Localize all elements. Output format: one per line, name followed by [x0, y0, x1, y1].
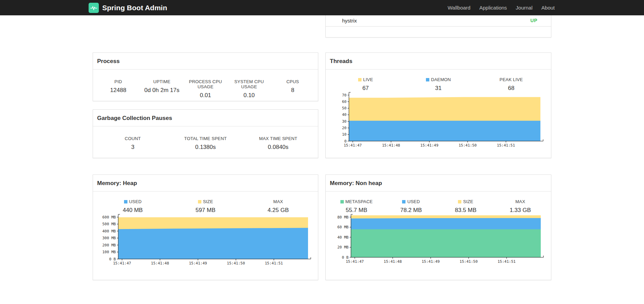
svg-text:10: 10	[342, 132, 346, 137]
legend-label: MAX	[515, 199, 525, 204]
stat-gc-count: COUNT 3	[96, 136, 169, 151]
svg-text:20: 20	[342, 126, 346, 130]
svg-text:100 MB: 100 MB	[102, 250, 116, 254]
svg-text:15:41:48: 15:41:48	[382, 143, 400, 148]
threads-chart: 01020304050607015:41:4715:41:4815:41:491…	[326, 92, 551, 149]
process-panel: Process PID 12488 UPTIME 0d 0h 2m 17s PR…	[93, 52, 318, 101]
svg-text:50: 50	[342, 106, 346, 110]
threads-legend: LIVE 67 DAEMON 31 PEAK LIVE 68	[326, 70, 551, 92]
legend-value: 597 MB	[169, 207, 242, 214]
stat-value: 8	[271, 87, 315, 94]
legend-item-used: USED 440 MB	[96, 199, 169, 214]
navbar-inner: Spring Boot Admin Wallboard Applications…	[89, 0, 555, 15]
memory-nonheap-panel: Memory: Non heap METASPACE 55.7 MB USED …	[325, 174, 551, 280]
legend-label: SIZE	[463, 199, 473, 204]
svg-text:40: 40	[342, 112, 346, 117]
svg-text:15:41:49: 15:41:49	[421, 259, 440, 264]
process-panel-title: Process	[93, 53, 318, 70]
legend-item-daemon: DAEMON 31	[402, 77, 475, 92]
svg-text:500 MB: 500 MB	[102, 222, 116, 226]
stat-label: COUNT	[96, 136, 169, 141]
stat-value: 0.10	[227, 92, 271, 99]
gc-stats-row: COUNT 3 TOTAL TIME SPENT 0.1380s MAX TIM…	[93, 126, 318, 151]
threads-panel: Threads LIVE 67 DAEMON 31 PEAK LIVE	[325, 52, 551, 158]
svg-text:15:41:47: 15:41:47	[346, 259, 364, 264]
stat-cpus: CPUS 8	[271, 79, 315, 99]
legend-label: PEAK LIVE	[500, 77, 523, 82]
legend-item-max: MAX 4.25 GB	[242, 199, 315, 214]
nonheap-legend: METASPACE 55.7 MB USED 78.2 MB SIZE 83.5…	[326, 192, 551, 214]
nonheap-memory-chart: 0 B20 MB40 MB60 MB80 MB15:41:4715:41:481…	[326, 214, 551, 265]
navbar: Spring Boot Admin Wallboard Applications…	[0, 0, 644, 15]
legend-label: DAEMON	[431, 77, 451, 82]
svg-text:0 B: 0 B	[109, 257, 116, 261]
legend-value: 55.7 MB	[329, 207, 384, 214]
stat-value: 3	[96, 144, 169, 151]
heap-panel-title: Memory: Heap	[93, 175, 318, 192]
main-content: hystrix UP Process PID 12488 UPTIME 0d 0…	[93, 15, 551, 304]
svg-text:15:41:49: 15:41:49	[420, 143, 438, 148]
nonheap-panel-title: Memory: Non heap	[326, 175, 551, 192]
svg-text:15:41:48: 15:41:48	[151, 261, 169, 265]
svg-text:60 MB: 60 MB	[337, 225, 349, 229]
svg-text:15:41:48: 15:41:48	[384, 259, 402, 264]
legend-label: LIVE	[363, 77, 373, 82]
legend-label: METASPACE	[346, 199, 373, 204]
stat-gc-max-time: MAX TIME SPENT 0.0840s	[242, 136, 315, 151]
daemon-swatch-icon	[426, 78, 429, 81]
svg-text:300 MB: 300 MB	[102, 236, 116, 240]
service-name: hystrix	[342, 18, 357, 24]
svg-text:15:41:51: 15:41:51	[265, 261, 283, 265]
legend-item-metaspace: METASPACE 55.7 MB	[329, 199, 384, 214]
brand[interactable]: Spring Boot Admin	[89, 3, 167, 13]
legend-value: 83.5 MB	[439, 207, 493, 214]
gc-pauses-panel: Garbage Collection Pauses COUNT 3 TOTAL …	[93, 109, 318, 158]
legend-label: MAX	[273, 199, 283, 204]
stat-label: PID	[96, 79, 140, 84]
legend-item-max: MAX 1.33 GB	[493, 199, 548, 214]
svg-text:80 MB: 80 MB	[337, 215, 349, 219]
memory-heap-panel: Memory: Heap USED 440 MB SIZE 597 MB	[93, 174, 318, 280]
stat-value: 0.01	[184, 92, 227, 99]
svg-text:15:41:50: 15:41:50	[460, 259, 478, 264]
svg-text:0: 0	[344, 139, 347, 143]
svg-text:15:41:51: 15:41:51	[497, 143, 515, 148]
nav-item-journal[interactable]: Journal	[511, 5, 537, 11]
live-swatch-icon	[358, 78, 362, 81]
app-logo-icon	[89, 3, 99, 13]
status-badge: UP	[531, 18, 537, 23]
svg-text:30: 30	[342, 119, 346, 124]
threads-panel-title: Threads	[326, 53, 551, 70]
svg-text:15:41:47: 15:41:47	[113, 261, 131, 265]
legend-item-size: SIZE 597 MB	[169, 199, 242, 214]
legend-value: 1.33 GB	[493, 207, 548, 214]
nav-item-wallboard[interactable]: Wallboard	[443, 5, 475, 11]
stat-label: MAX TIME SPENT	[242, 136, 315, 141]
nav-links: Wallboard Applications Journal About	[443, 5, 555, 11]
svg-text:40 MB: 40 MB	[337, 235, 349, 240]
stat-value: 0d 0h 2m 17s	[140, 87, 184, 94]
stat-process-cpu-usage: PROCESS CPU USAGE 0.01	[184, 79, 227, 99]
stat-value: 0.1380s	[169, 144, 242, 151]
stat-label: UPTIME	[140, 79, 184, 84]
nav-item-about[interactable]: About	[537, 5, 555, 11]
legend-item-size: SIZE 83.5 MB	[439, 199, 493, 214]
used-swatch-icon	[402, 200, 405, 203]
stat-label: PROCESS CPU USAGE	[184, 79, 227, 89]
svg-text:15:41:49: 15:41:49	[189, 261, 207, 265]
brand-title: Spring Boot Admin	[102, 4, 167, 12]
svg-text:70: 70	[342, 93, 346, 97]
legend-value: 31	[402, 85, 475, 92]
svg-text:400 MB: 400 MB	[102, 229, 116, 233]
nav-item-applications[interactable]: Applications	[475, 5, 511, 11]
service-row-hystrix[interactable]: hystrix UP	[326, 17, 551, 27]
heap-legend: USED 440 MB SIZE 597 MB MAX 4.25 GB	[93, 192, 318, 214]
stat-system-cpu-usage: SYSTEM CPU USAGE 0.10	[227, 79, 271, 99]
legend-value: 67	[329, 85, 402, 92]
legend-item-peak-live: PEAK LIVE 68	[475, 77, 548, 92]
svg-text:15:41:51: 15:41:51	[497, 259, 516, 264]
metaspace-swatch-icon	[340, 200, 344, 203]
gc-panel-title: Garbage Collection Pauses	[93, 110, 318, 126]
svg-text:15:41:50: 15:41:50	[227, 261, 245, 265]
svg-text:20 MB: 20 MB	[337, 245, 349, 249]
